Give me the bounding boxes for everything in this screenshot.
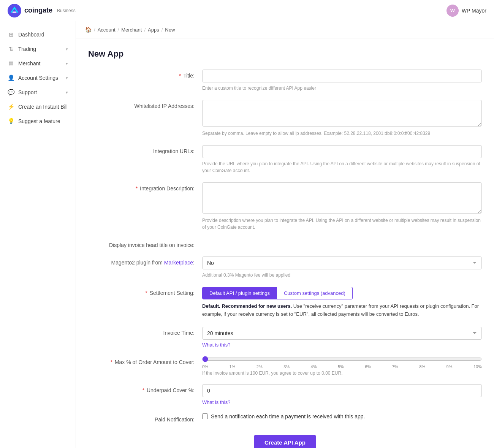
display-invoice-row: Display invoice head title on invoice:	[88, 239, 482, 248]
chevron-down-icon: ▾	[66, 90, 68, 95]
magento-row: Magento2 plugin from Marketplace: No Yes…	[88, 256, 482, 279]
max-cover-field: 0% 1% 2% 3% 4% 5% 6% 7% 8% 9% 10% If the…	[202, 356, 482, 376]
required-star-5: *	[142, 387, 144, 393]
breadcrumb: 🏠 / Account / Merchant / Apps / New	[76, 21, 494, 38]
sidebar-item-support[interactable]: 💬 Support ▾	[0, 85, 76, 100]
display-invoice-field	[202, 239, 482, 245]
breadcrumb-sep-4: /	[162, 27, 163, 33]
required-star-3: *	[145, 290, 147, 296]
avatar[interactable]: W	[446, 5, 459, 17]
integration-desc-hint: Provide description where you plan to in…	[202, 217, 482, 231]
underpaid-input[interactable]	[202, 384, 482, 397]
ip-input[interactable]	[202, 100, 482, 127]
magento-label: Magento2 plugin from Marketplace:	[88, 256, 202, 266]
required-star-2: *	[136, 185, 138, 192]
page-body: New App * Title: Enter a custom title to…	[76, 38, 494, 448]
underpaid-row: * Underpaid Cover %: What is this?	[88, 384, 482, 405]
integration-urls-label: Integration URLs:	[88, 145, 202, 154]
paid-notif-row: Paid Notification: Send a notification e…	[88, 413, 482, 423]
dashboard-icon: ⊞	[8, 31, 14, 38]
integration-desc-label: * Integration Description:	[88, 182, 202, 192]
underpaid-label: * Underpaid Cover %:	[88, 384, 202, 393]
breadcrumb-sep-1: /	[94, 27, 95, 33]
sidebar-label-support: Support	[18, 89, 37, 95]
instant-bill-icon: ⚡	[8, 103, 14, 110]
trading-icon: ⇅	[8, 46, 14, 52]
max-cover-label: * Max % of Order Amount to Cover:	[88, 356, 202, 365]
integration-desc-input[interactable]	[202, 182, 482, 214]
settlement-field: Default API / plugin settings Custom set…	[202, 287, 482, 318]
settlement-description: Default. Recommended for new users. Use …	[202, 302, 482, 318]
max-cover-row: * Max % of Order Amount to Cover: 0% 1% …	[88, 356, 482, 376]
sidebar-label-trading: Trading	[18, 46, 36, 52]
title-hint: Enter a custom title to recognize differ…	[202, 85, 482, 92]
marketplace-link[interactable]: Marketplace	[164, 260, 193, 266]
title-row: * Title: Enter a custom title to recogni…	[88, 70, 482, 92]
logo-text: coingate	[24, 6, 52, 14]
logo-badge: Business	[57, 8, 76, 13]
breadcrumb-sep-3: /	[144, 27, 146, 33]
paid-notif-label: Paid Notification:	[88, 413, 202, 423]
integration-urls-input[interactable]	[202, 145, 482, 158]
integration-desc-field: Provide description where you plan to in…	[202, 182, 482, 231]
suggest-icon: 💡	[8, 118, 14, 125]
sidebar-label-account-settings: Account Settings	[18, 75, 58, 81]
invoice-time-label: Invoice Time:	[88, 327, 202, 336]
what-is-this-2-link[interactable]: What is this?	[202, 399, 230, 405]
sidebar-label-create-instant-bill: Create an Instant Bill	[18, 104, 68, 110]
top-nav: coingate Business W WP Mayor	[0, 0, 494, 21]
create-api-app-button[interactable]: Create API App	[254, 435, 316, 448]
home-icon[interactable]: 🏠	[85, 27, 92, 33]
sidebar-label-suggest: Suggest a feature	[18, 118, 60, 124]
page-title: New App	[88, 49, 482, 59]
integration-urls-field: Provide the URL where you plan to integr…	[202, 145, 482, 174]
ip-hint: Separate by comma. Leave empty to allow …	[202, 130, 482, 137]
sidebar: ⊞ Dashboard ⇅ Trading ▾ ▤ Merchant ▾ 👤 A…	[0, 21, 76, 448]
svg-point-0	[8, 4, 21, 17]
integration-urls-row: Integration URLs: Provide the URL where …	[88, 145, 482, 174]
sidebar-item-merchant[interactable]: ▤ Merchant ▾	[0, 56, 76, 71]
max-cover-slider[interactable]	[202, 356, 482, 362]
integration-desc-row: * Integration Description: Provide descr…	[88, 182, 482, 231]
paid-notif-checkbox[interactable]	[202, 413, 208, 419]
support-icon: 💬	[8, 89, 14, 96]
title-field: Enter a custom title to recognize differ…	[202, 70, 482, 92]
sidebar-item-dashboard[interactable]: ⊞ Dashboard	[0, 27, 76, 42]
underpaid-field: What is this?	[202, 384, 482, 405]
sidebar-label-merchant: Merchant	[18, 60, 40, 66]
logo-area: coingate Business	[8, 4, 76, 17]
settlement-btn-custom[interactable]: Custom settings (advanced)	[277, 287, 353, 299]
ip-row: Whitelisted IP Addresses: Separate by co…	[88, 100, 482, 137]
display-invoice-label: Display invoice head title on invoice:	[88, 239, 202, 248]
sidebar-item-trading[interactable]: ⇅ Trading ▾	[0, 42, 76, 56]
integration-urls-hint: Provide the URL where you plan to integr…	[202, 160, 482, 174]
user-area: W WP Mayor	[446, 5, 486, 17]
chevron-down-icon: ▾	[66, 61, 68, 66]
username: WP Mayor	[462, 8, 486, 14]
breadcrumb-merchant[interactable]: Merchant	[121, 27, 142, 33]
magento-select[interactable]: No Yes	[202, 256, 482, 269]
sidebar-item-suggest-feature[interactable]: 💡 Suggest a feature	[0, 114, 76, 128]
main-content: 🏠 / Account / Merchant / Apps / New New …	[76, 21, 494, 448]
create-btn-row: Create API App	[88, 431, 482, 448]
settlement-btn-default[interactable]: Default API / plugin settings	[202, 287, 277, 299]
settlement-label: * Settlement Setting:	[88, 287, 202, 296]
title-input[interactable]	[202, 70, 482, 82]
chevron-down-icon: ▾	[66, 47, 68, 52]
sidebar-item-account-settings[interactable]: 👤 Account Settings ▾	[0, 71, 76, 85]
invoice-time-field: 20 minutes 30 minutes 60 minutes What is…	[202, 327, 482, 348]
invoice-time-select[interactable]: 20 minutes 30 minutes 60 minutes	[202, 327, 482, 340]
title-label: * Title:	[88, 70, 202, 79]
slider-hint: If the invoice amount is 100 EUR, you ag…	[202, 370, 482, 376]
what-is-this-1-link[interactable]: What is this?	[202, 342, 230, 348]
breadcrumb-new: New	[165, 27, 175, 33]
account-icon: 👤	[8, 74, 14, 81]
breadcrumb-account[interactable]: Account	[98, 27, 116, 33]
sidebar-item-create-instant-bill[interactable]: ⚡ Create an Instant Bill	[0, 100, 76, 114]
paid-notif-field: Send a notification each time a payment …	[202, 413, 482, 420]
breadcrumb-apps[interactable]: Apps	[148, 27, 159, 33]
logo-icon	[8, 4, 21, 17]
paid-notif-checkbox-row: Send a notification each time a payment …	[202, 413, 482, 420]
slider-labels: 0% 1% 2% 3% 4% 5% 6% 7% 8% 9% 10%	[202, 364, 482, 369]
ip-field: Separate by comma. Leave empty to allow …	[202, 100, 482, 137]
